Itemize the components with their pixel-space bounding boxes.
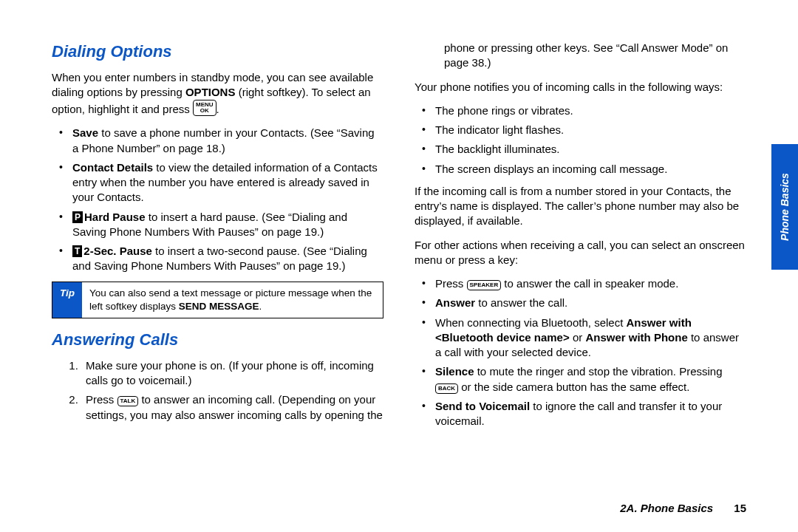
list-item: Contact Details to view the detailed inf… bbox=[72, 160, 383, 205]
menu-ok-key-icon: MENU OK bbox=[193, 100, 216, 116]
page-footer: 2A. Phone Basics 15 bbox=[620, 502, 746, 514]
left-column: Dialing Options When you enter numbers i… bbox=[52, 41, 383, 436]
answering-steps: Make sure your phone is on. (If your pho… bbox=[52, 358, 383, 423]
list-item: Answer to answer the call. bbox=[435, 296, 746, 310]
list-item: T2-Sec. Pause to insert a two-second pau… bbox=[72, 244, 383, 274]
heading-answering-calls: Answering Calls bbox=[52, 329, 383, 351]
stored-contact-text: If the incoming call is from a number st… bbox=[415, 184, 746, 229]
dialing-options-list: Save to save a phone number in your Cont… bbox=[52, 126, 383, 273]
notify-list: The phone rings or vibrates. The indicat… bbox=[415, 103, 746, 177]
list-item: Save to save a phone number in your Cont… bbox=[72, 126, 383, 156]
back-key-icon: BACK bbox=[435, 383, 458, 394]
footer-section: 2A. Phone Basics bbox=[620, 502, 713, 514]
t-icon: T bbox=[72, 245, 82, 257]
actions-list: Press SPEAKER to answer the call in spea… bbox=[415, 276, 746, 429]
page-number: 15 bbox=[734, 502, 746, 514]
list-item: Make sure your phone is on. (If your pho… bbox=[81, 358, 383, 389]
list-item: PHard Pause to insert a hard pause. (See… bbox=[72, 210, 383, 240]
talk-key-icon: TALK bbox=[117, 396, 139, 406]
list-item: The phone rings or vibrates. bbox=[435, 103, 746, 118]
list-item: Press TALK to answer an incoming call. (… bbox=[81, 392, 383, 423]
speaker-key-icon: SPEAKER bbox=[467, 280, 502, 290]
list-item: The backlight illuminates. bbox=[435, 142, 746, 157]
dialing-intro: When you enter numbers in standby mode, … bbox=[52, 70, 383, 117]
p-icon: P bbox=[72, 211, 83, 223]
right-column: phone or pressing other keys. See “Call … bbox=[415, 41, 746, 436]
heading-dialing-options: Dialing Options bbox=[52, 41, 383, 63]
side-tab-label: Phone Basics bbox=[779, 173, 791, 241]
continued-text: phone or pressing other keys. See “Call … bbox=[415, 41, 746, 71]
notify-intro: Your phone notifies you of incoming call… bbox=[415, 80, 746, 95]
tip-label: Tip bbox=[52, 282, 82, 318]
page-body: Dialing Options When you enter numbers i… bbox=[0, 0, 798, 443]
side-tab: Phone Basics bbox=[771, 144, 798, 270]
list-item: The indicator light flashes. bbox=[435, 123, 746, 137]
list-item: The screen displays an incoming call mes… bbox=[435, 162, 746, 177]
list-item: When connecting via Bluetooth, select An… bbox=[435, 316, 746, 361]
list-item: Silence to mute the ringer and stop the … bbox=[435, 364, 746, 395]
list-item: Press SPEAKER to answer the call in spea… bbox=[435, 276, 746, 291]
other-actions-intro: For other actions when receiving a call,… bbox=[415, 238, 746, 268]
tip-box: Tip You can also send a text message or … bbox=[52, 282, 383, 318]
tip-text: You can also send a text message or pict… bbox=[82, 282, 383, 318]
list-item: Send to Voicemail to ignore the call and… bbox=[435, 399, 746, 429]
